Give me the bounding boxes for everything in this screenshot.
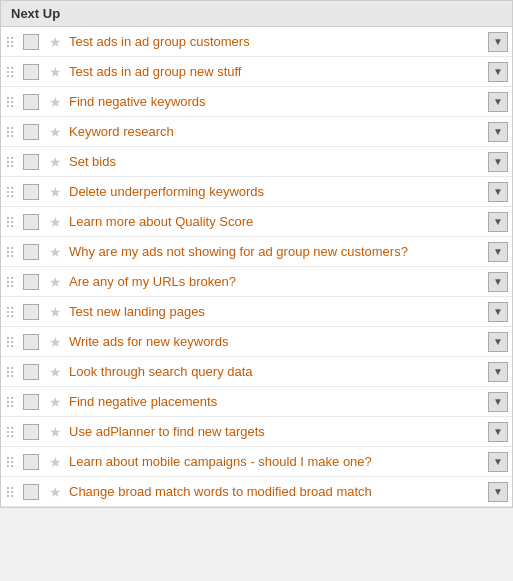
panel-title: Next Up — [11, 6, 60, 21]
task-dropdown-button[interactable]: ▼ — [488, 242, 508, 262]
task-dropdown-button[interactable]: ▼ — [488, 152, 508, 172]
star-icon[interactable]: ★ — [47, 364, 63, 380]
task-label[interactable]: Write ads for new keywords — [67, 334, 484, 349]
task-row: ★Test ads in ad group customers▼ — [1, 27, 512, 57]
task-label[interactable]: Learn more about Quality Score — [67, 214, 484, 229]
drag-handle[interactable] — [5, 185, 19, 199]
task-row: ★Set bids▼ — [1, 147, 512, 177]
next-up-panel: Next Up ★Test ads in ad group customers▼… — [0, 0, 513, 508]
drag-handle[interactable] — [5, 35, 19, 49]
task-label[interactable]: Test ads in ad group customers — [67, 34, 484, 49]
task-label[interactable]: Look through search query data — [67, 364, 484, 379]
star-icon[interactable]: ★ — [47, 124, 63, 140]
task-dropdown-button[interactable]: ▼ — [488, 272, 508, 292]
task-dropdown-button[interactable]: ▼ — [488, 182, 508, 202]
star-icon[interactable]: ★ — [47, 334, 63, 350]
star-icon[interactable]: ★ — [47, 214, 63, 230]
task-row: ★Test new landing pages▼ — [1, 297, 512, 327]
task-dropdown-button[interactable]: ▼ — [488, 332, 508, 352]
task-checkbox[interactable] — [23, 214, 39, 230]
star-icon[interactable]: ★ — [47, 424, 63, 440]
star-icon[interactable]: ★ — [47, 94, 63, 110]
drag-handle[interactable] — [5, 155, 19, 169]
task-row: ★Why are my ads not showing for ad group… — [1, 237, 512, 267]
star-icon[interactable]: ★ — [47, 304, 63, 320]
task-dropdown-button[interactable]: ▼ — [488, 122, 508, 142]
task-dropdown-button[interactable]: ▼ — [488, 422, 508, 442]
task-row: ★Use adPlanner to find new targets▼ — [1, 417, 512, 447]
task-dropdown-button[interactable]: ▼ — [488, 302, 508, 322]
task-checkbox[interactable] — [23, 124, 39, 140]
task-dropdown-button[interactable]: ▼ — [488, 32, 508, 52]
task-dropdown-button[interactable]: ▼ — [488, 62, 508, 82]
task-checkbox[interactable] — [23, 244, 39, 260]
drag-handle[interactable] — [5, 395, 19, 409]
drag-handle[interactable] — [5, 65, 19, 79]
task-checkbox[interactable] — [23, 334, 39, 350]
task-label[interactable]: Keyword research — [67, 124, 484, 139]
drag-handle[interactable] — [5, 305, 19, 319]
star-icon[interactable]: ★ — [47, 154, 63, 170]
task-label[interactable]: Find negative keywords — [67, 94, 484, 109]
drag-handle[interactable] — [5, 245, 19, 259]
task-label[interactable]: Test ads in ad group new stuff — [67, 64, 484, 79]
task-row: ★Test ads in ad group new stuff▼ — [1, 57, 512, 87]
star-icon[interactable]: ★ — [47, 64, 63, 80]
drag-handle[interactable] — [5, 125, 19, 139]
task-row: ★Learn about mobile campaigns - should I… — [1, 447, 512, 477]
star-icon[interactable]: ★ — [47, 34, 63, 50]
drag-handle[interactable] — [5, 275, 19, 289]
drag-handle[interactable] — [5, 365, 19, 379]
task-label[interactable]: Change broad match words to modified bro… — [67, 484, 484, 499]
task-checkbox[interactable] — [23, 484, 39, 500]
star-icon[interactable]: ★ — [47, 454, 63, 470]
task-checkbox[interactable] — [23, 64, 39, 80]
task-row: ★Write ads for new keywords▼ — [1, 327, 512, 357]
task-dropdown-button[interactable]: ▼ — [488, 452, 508, 472]
panel-header: Next Up — [1, 1, 512, 27]
task-checkbox[interactable] — [23, 304, 39, 320]
star-icon[interactable]: ★ — [47, 184, 63, 200]
task-row: ★Find negative keywords▼ — [1, 87, 512, 117]
star-icon[interactable]: ★ — [47, 394, 63, 410]
drag-handle[interactable] — [5, 485, 19, 499]
drag-handle[interactable] — [5, 215, 19, 229]
task-row: ★Learn more about Quality Score▼ — [1, 207, 512, 237]
task-checkbox[interactable] — [23, 274, 39, 290]
task-checkbox[interactable] — [23, 454, 39, 470]
task-checkbox[interactable] — [23, 364, 39, 380]
task-label[interactable]: Why are my ads not showing for ad group … — [67, 244, 484, 259]
task-row: ★Delete underperforming keywords▼ — [1, 177, 512, 207]
star-icon[interactable]: ★ — [47, 484, 63, 500]
star-icon[interactable]: ★ — [47, 274, 63, 290]
drag-handle[interactable] — [5, 425, 19, 439]
task-list: ★Test ads in ad group customers▼★Test ad… — [1, 27, 512, 507]
task-row: ★Look through search query data▼ — [1, 357, 512, 387]
task-label[interactable]: Use adPlanner to find new targets — [67, 424, 484, 439]
task-dropdown-button[interactable]: ▼ — [488, 362, 508, 382]
task-checkbox[interactable] — [23, 424, 39, 440]
star-icon[interactable]: ★ — [47, 244, 63, 260]
task-label[interactable]: Are any of my URLs broken? — [67, 274, 484, 289]
drag-handle[interactable] — [5, 95, 19, 109]
task-dropdown-button[interactable]: ▼ — [488, 482, 508, 502]
task-label[interactable]: Set bids — [67, 154, 484, 169]
task-checkbox[interactable] — [23, 154, 39, 170]
task-dropdown-button[interactable]: ▼ — [488, 212, 508, 232]
drag-handle[interactable] — [5, 335, 19, 349]
task-dropdown-button[interactable]: ▼ — [488, 92, 508, 112]
task-row: ★Are any of my URLs broken?▼ — [1, 267, 512, 297]
task-label[interactable]: Learn about mobile campaigns - should I … — [67, 454, 484, 469]
task-checkbox[interactable] — [23, 394, 39, 410]
task-label[interactable]: Test new landing pages — [67, 304, 484, 319]
task-checkbox[interactable] — [23, 184, 39, 200]
task-label[interactable]: Find negative placements — [67, 394, 484, 409]
task-row: ★Keyword research▼ — [1, 117, 512, 147]
task-row: ★Find negative placements▼ — [1, 387, 512, 417]
task-label[interactable]: Delete underperforming keywords — [67, 184, 484, 199]
task-dropdown-button[interactable]: ▼ — [488, 392, 508, 412]
task-row: ★Change broad match words to modified br… — [1, 477, 512, 507]
drag-handle[interactable] — [5, 455, 19, 469]
task-checkbox[interactable] — [23, 34, 39, 50]
task-checkbox[interactable] — [23, 94, 39, 110]
